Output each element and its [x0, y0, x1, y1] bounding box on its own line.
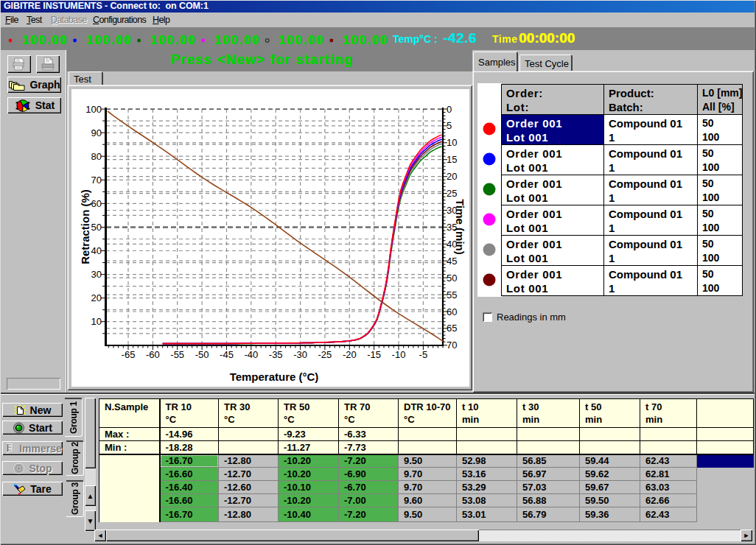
svg-text:-5: -5: [419, 349, 428, 360]
svg-text:10: 10: [447, 137, 457, 148]
svg-text:-15: -15: [367, 349, 381, 360]
svg-text:90: 90: [91, 127, 102, 138]
svg-text:55: 55: [447, 289, 457, 300]
svg-text:-25: -25: [318, 349, 332, 360]
svg-text:20: 20: [447, 171, 457, 182]
svg-text:25: 25: [447, 188, 457, 199]
svg-text:Temperature (°C): Temperature (°C): [230, 370, 319, 383]
svg-text:-50: -50: [195, 349, 209, 360]
svg-text:60: 60: [447, 306, 457, 317]
svg-text:-55: -55: [170, 349, 184, 360]
svg-text:50: 50: [91, 222, 102, 233]
svg-text:-40: -40: [244, 349, 258, 360]
svg-text:-60: -60: [146, 349, 160, 360]
svg-text:-20: -20: [343, 349, 357, 360]
svg-text:Time (min): Time (min): [454, 199, 466, 255]
svg-text:65: 65: [447, 323, 457, 334]
svg-text:100: 100: [85, 104, 102, 115]
svg-text:Retraction (%): Retraction (%): [79, 189, 91, 264]
svg-text:15: 15: [447, 154, 457, 165]
svg-text:-35: -35: [269, 349, 283, 360]
svg-text:45: 45: [447, 256, 457, 267]
svg-text:20: 20: [91, 292, 102, 303]
svg-text:50: 50: [447, 272, 457, 284]
svg-text:70: 70: [91, 175, 102, 186]
svg-text:60: 60: [91, 198, 102, 209]
svg-text:70: 70: [447, 340, 457, 351]
svg-text:40: 40: [91, 245, 102, 256]
svg-text:-10: -10: [392, 349, 406, 360]
svg-text:5: 5: [447, 120, 452, 131]
svg-text:-30: -30: [293, 349, 307, 360]
svg-text:0: 0: [447, 104, 452, 115]
svg-text:10: 10: [91, 316, 102, 327]
svg-text:30: 30: [91, 269, 102, 280]
svg-text:-45: -45: [220, 349, 234, 360]
svg-text:80: 80: [91, 151, 102, 162]
svg-text:-65: -65: [122, 349, 136, 360]
